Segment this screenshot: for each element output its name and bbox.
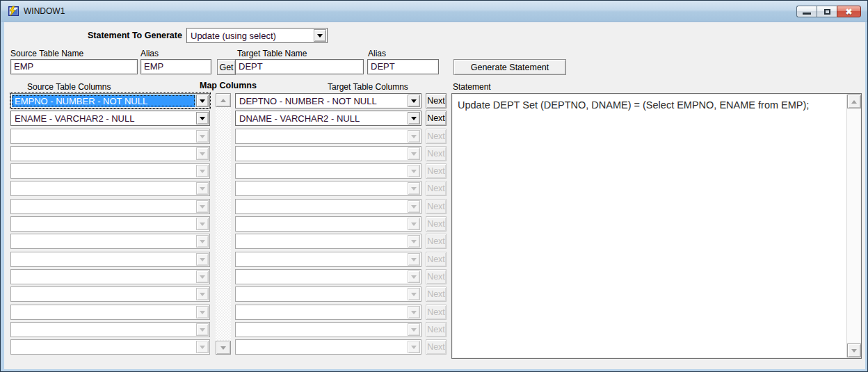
target-column-combo-value bbox=[236, 270, 407, 283]
target-column-combo-13 bbox=[235, 305, 421, 320]
source-table-name-input[interactable]: EMP bbox=[10, 59, 138, 74]
arrow-down-icon bbox=[220, 346, 226, 350]
source-column-combo-4 bbox=[10, 146, 210, 161]
scroll-up-button[interactable] bbox=[216, 93, 231, 107]
target-alias-label: Alias bbox=[368, 49, 386, 58]
chevron-down-icon bbox=[408, 270, 420, 283]
source-column-combo-value bbox=[12, 165, 195, 177]
source-table-name-label: Source Table Name bbox=[10, 49, 83, 58]
scroll-up-button[interactable] bbox=[847, 95, 861, 108]
target-column-combo-1[interactable]: DEPTNO - NUMBER - NOT NULL bbox=[235, 93, 421, 108]
chevron-down-icon bbox=[196, 182, 209, 195]
close-icon: ✖ bbox=[845, 8, 852, 16]
minimize-button[interactable] bbox=[796, 6, 817, 17]
restore-icon bbox=[824, 9, 830, 15]
source-alias-input[interactable]: EMP bbox=[140, 59, 211, 74]
target-column-combo-6 bbox=[235, 181, 421, 196]
titlebar: WINDOW1 ✖ bbox=[1, 1, 868, 22]
next-button-2[interactable]: Next bbox=[426, 111, 447, 126]
arrow-down-icon bbox=[851, 349, 857, 353]
statement-box: Update DEPT Set (DEPTNO, DNAME) = (Selec… bbox=[451, 93, 862, 359]
source-column-combo-2[interactable]: ENAME - VARCHAR2 - NULL bbox=[10, 111, 210, 126]
statement-to-generate-label: Statement To Generate bbox=[88, 31, 182, 40]
source-column-combo-value bbox=[12, 323, 195, 336]
map-columns-scrollbar[interactable] bbox=[216, 93, 231, 355]
generate-statement-button[interactable]: Generate Statement bbox=[453, 59, 566, 75]
source-column-combo-value bbox=[12, 288, 195, 300]
next-button-14: Next bbox=[426, 322, 447, 337]
statement-scrollbar[interactable] bbox=[846, 95, 860, 357]
chevron-down-icon bbox=[408, 306, 420, 318]
chevron-down-icon bbox=[408, 288, 420, 300]
next-button-3: Next bbox=[426, 129, 447, 144]
target-table-name-input[interactable]: DEPT bbox=[235, 59, 364, 74]
target-column-combo-3 bbox=[235, 129, 421, 144]
statement-type-select[interactable]: Update (using select) bbox=[186, 28, 328, 43]
target-column-combo-8 bbox=[235, 216, 421, 232]
source-column-combo-value bbox=[12, 182, 195, 195]
source-column-combo-1[interactable]: EMPNO - NUMBER - NOT NULL bbox=[10, 93, 210, 108]
source-column-combo-value bbox=[12, 147, 195, 160]
source-columns-label: Source Table Columns bbox=[27, 82, 111, 92]
minimize-icon bbox=[803, 13, 811, 15]
chevron-down-icon[interactable] bbox=[196, 112, 209, 124]
target-column-combo-2[interactable]: DNAME - VARCHAR2 - NULL bbox=[235, 111, 421, 126]
chevron-down-icon bbox=[196, 341, 209, 353]
target-column-combo-4 bbox=[235, 146, 421, 161]
target-column-combo-9 bbox=[235, 234, 421, 249]
statement-output[interactable]: Update DEPT Set (DEPTNO, DNAME) = (Selec… bbox=[453, 95, 846, 357]
source-column-combo-12 bbox=[10, 286, 210, 302]
chevron-down-icon[interactable] bbox=[314, 29, 326, 42]
target-column-combo-15 bbox=[235, 339, 421, 355]
statement-type-value: Update (using select) bbox=[188, 29, 313, 42]
chevron-down-icon[interactable] bbox=[196, 95, 209, 107]
chevron-down-icon bbox=[408, 147, 420, 160]
next-buttons-column: NextNextNextNextNextNextNextNextNextNext… bbox=[426, 93, 447, 357]
target-column-combo-value bbox=[236, 323, 407, 336]
next-button-5: Next bbox=[426, 163, 447, 179]
next-button-7: Next bbox=[426, 199, 447, 214]
chevron-down-icon bbox=[196, 323, 209, 336]
next-button-11: Next bbox=[426, 269, 447, 284]
chevron-down-icon bbox=[196, 147, 209, 160]
next-button-13: Next bbox=[426, 305, 447, 320]
target-column-combo-value bbox=[236, 130, 407, 143]
chevron-down-icon[interactable] bbox=[408, 112, 420, 124]
window-title: WINDOW1 bbox=[24, 6, 65, 16]
arrow-up-icon bbox=[220, 99, 226, 102]
chevron-down-icon bbox=[196, 253, 209, 266]
scroll-down-button[interactable] bbox=[847, 343, 861, 357]
target-alias-input[interactable]: DEPT bbox=[367, 59, 439, 74]
source-columns-list: EMPNO - NUMBER - NOT NULLENAME - VARCHAR… bbox=[10, 93, 210, 357]
source-column-combo-6 bbox=[10, 181, 210, 196]
close-button[interactable]: ✖ bbox=[837, 6, 861, 17]
target-column-combo-value: DNAME - VARCHAR2 - NULL bbox=[236, 112, 407, 124]
next-button-1[interactable]: Next bbox=[426, 93, 447, 108]
source-column-combo-value bbox=[12, 200, 195, 213]
arrow-up-icon bbox=[851, 100, 857, 104]
source-column-combo-value bbox=[12, 270, 195, 283]
source-column-combo-15 bbox=[10, 339, 210, 355]
chevron-down-icon bbox=[408, 200, 420, 213]
chevron-down-icon bbox=[196, 235, 209, 248]
chevron-down-icon[interactable] bbox=[408, 95, 420, 107]
restore-button[interactable] bbox=[817, 6, 837, 17]
target-column-combo-value bbox=[236, 200, 407, 213]
target-column-combo-value bbox=[236, 341, 407, 353]
chevron-down-icon bbox=[196, 270, 209, 283]
source-column-combo-value bbox=[12, 130, 195, 143]
get-button[interactable]: Get bbox=[217, 59, 236, 75]
target-column-combo-value bbox=[236, 235, 407, 248]
target-columns-label: Target Table Columns bbox=[328, 82, 408, 92]
chevron-down-icon bbox=[408, 182, 420, 195]
next-button-4: Next bbox=[426, 146, 447, 161]
target-column-combo-10 bbox=[235, 252, 421, 267]
chevron-down-icon bbox=[196, 200, 209, 213]
source-column-combo-14 bbox=[10, 322, 210, 337]
scroll-down-button[interactable] bbox=[216, 341, 231, 355]
chevron-down-icon bbox=[408, 218, 420, 230]
next-button-15: Next bbox=[426, 339, 447, 355]
source-column-combo-13 bbox=[10, 305, 210, 320]
target-column-combo-11 bbox=[235, 269, 421, 284]
target-column-combo-7 bbox=[235, 199, 421, 214]
